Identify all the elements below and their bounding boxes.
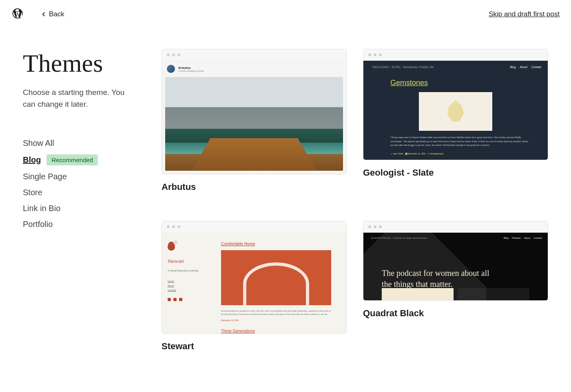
browser-frame: Arbutus A photo blogging theme (162, 49, 347, 174)
preview-sidebar: Stewart A casual blog about painting Hom… (162, 233, 221, 333)
category-portfolio[interactable]: Portfolio (23, 220, 129, 229)
browser-bar (363, 221, 548, 233)
browser-bar (162, 221, 346, 233)
preview-post-title: Gemstones (390, 79, 541, 87)
browser-dot-icon (172, 225, 175, 228)
preview-figure (419, 92, 492, 131)
theme-preview: QUADRAT BLACKA theme for blogs and podca… (363, 233, 548, 300)
browser-dot-icon (167, 225, 170, 228)
preview-date: December 14, 2021 (221, 319, 338, 322)
preview-nav-links: Blog Podcast About Contact (504, 237, 542, 239)
browser-bar (162, 49, 346, 61)
category-link-in-bio[interactable]: Link in Bio (23, 204, 129, 213)
category-single-page[interactable]: Single Page (23, 172, 129, 181)
skip-link[interactable]: Skip and draft first post (489, 10, 560, 18)
category-label: Single Page (23, 172, 67, 181)
theme-preview: Arbutus A photo blogging theme (162, 61, 346, 174)
theme-preview: GEOLOGIST - SLATEGemstones, Fossils, Etc… (363, 61, 548, 160)
preview-post-title: Comfortable Home (221, 242, 338, 246)
preview-meta: ▲ Joan Smith 📅 December 11, 2021 🗀 Uncat… (390, 152, 541, 155)
preview-tagline: A casual blog about painting (168, 269, 215, 272)
theme-name: Geologist - Slate (363, 167, 548, 178)
app-header: Back Skip and draft first post (0, 0, 571, 29)
preview-site-title: Arbutus (178, 66, 204, 70)
preview-hero-image (165, 77, 343, 171)
logo-icon (168, 242, 175, 251)
preview-brand: GEOLOGIST - SLATEGemstones, Fossils, Etc (370, 66, 434, 68)
browser-dot-icon (368, 53, 371, 56)
browser-bar (363, 49, 548, 61)
wordpress-logo-icon[interactable] (11, 7, 24, 21)
thumbnail (382, 288, 454, 300)
preview-brand: Stewart (168, 258, 215, 264)
facebook-icon (173, 298, 177, 301)
arch-shape (243, 262, 309, 305)
category-label: Store (23, 188, 42, 197)
browser-dot-icon (379, 53, 382, 56)
recommended-badge: Recommended (46, 154, 98, 165)
browser-frame: QUADRAT BLACKA theme for blogs and podca… (363, 221, 548, 301)
theme-name: Quadrat Black (363, 308, 548, 319)
theme-card-stewart[interactable]: Stewart A casual blog about painting Hom… (162, 221, 347, 352)
preview-excerpt: "I'll just step over to Green Gables aft… (390, 136, 529, 148)
category-blog[interactable]: Blog Recommended (23, 154, 129, 165)
preview-nav: QUADRAT BLACKA theme for blogs and podca… (363, 233, 548, 243)
page-subtitle: Choose a starting theme. You can change … (23, 87, 129, 110)
browser-dot-icon (374, 53, 376, 56)
theme-card-arbutus[interactable]: Arbutus A photo blogging theme Arbutus (162, 49, 347, 192)
boat-shape (192, 138, 316, 171)
preview-header: Arbutus A photo blogging theme (162, 61, 346, 77)
preview-next-post: Three Generations (221, 329, 338, 333)
browser-dot-icon (167, 53, 170, 56)
back-button[interactable]: Back (40, 10, 64, 18)
theme-name: Stewart (162, 341, 347, 352)
header-left: Back (11, 7, 64, 21)
browser-dot-icon (368, 225, 371, 228)
browser-frame: GEOLOGIST - SLATEGemstones, Fossils, Etc… (363, 49, 548, 160)
gemstone-icon (447, 100, 465, 123)
chevron-left-icon (40, 11, 47, 18)
category-list: Show All Blog Recommended Single Page St… (23, 139, 129, 229)
browser-frame: Stewart A casual blog about painting Hom… (162, 221, 347, 334)
page-title: Themes (23, 49, 129, 78)
main-content: Themes Choose a starting theme. You can … (0, 29, 571, 368)
preview-site-tagline: A photo blogging theme (178, 70, 204, 72)
twitter-icon (168, 298, 171, 301)
sidebar: Themes Choose a starting theme. You can … (23, 49, 129, 352)
category-show-all[interactable]: Show All (23, 139, 129, 148)
theme-grid: Arbutus A photo blogging theme Arbutus (162, 49, 548, 352)
browser-dot-icon (177, 225, 180, 228)
preview-thumbnails (363, 288, 548, 300)
avatar-icon (167, 65, 175, 73)
thumbnail (458, 288, 529, 300)
preview-artwork (221, 250, 331, 305)
category-label: Blog (23, 155, 41, 165)
theme-card-quadrat-black[interactable]: QUADRAT BLACKA theme for blogs and podca… (363, 221, 548, 352)
category-label: Show All (23, 139, 54, 148)
preview-nav-links: Blog About Contact (510, 66, 541, 68)
preview-excerpt: Emma Woodhouse, handsome, clever, and ri… (221, 309, 331, 316)
preview-main: Comfortable Home Emma Woodhouse, handsom… (221, 233, 346, 333)
theme-card-geologist-slate[interactable]: GEOLOGIST - SLATEGemstones, Fossils, Etc… (363, 49, 548, 192)
preview-brand: QUADRAT BLACKA theme for blogs and podca… (369, 237, 427, 239)
social-icons (168, 298, 215, 301)
browser-dot-icon (374, 225, 376, 228)
back-label: Back (49, 10, 64, 18)
category-label: Link in Bio (23, 204, 60, 213)
browser-dot-icon (177, 53, 180, 56)
theme-preview: Stewart A casual blog about painting Hom… (162, 233, 346, 333)
browser-dot-icon (172, 53, 175, 56)
preview-nav: GEOLOGIST - SLATEGemstones, Fossils, Etc… (370, 66, 541, 68)
preview-nav: Home About Contact (168, 279, 215, 292)
theme-name: Arbutus (162, 182, 347, 192)
category-label: Portfolio (23, 220, 53, 229)
browser-dot-icon (379, 225, 382, 228)
instagram-icon (179, 298, 182, 301)
category-store[interactable]: Store (23, 188, 129, 197)
